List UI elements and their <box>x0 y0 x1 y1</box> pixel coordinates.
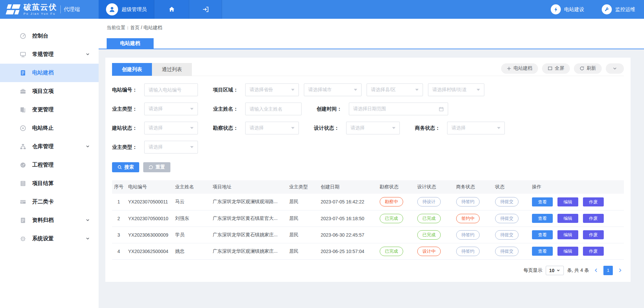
sidebar-item-warehouse[interactable]: 仓库管理 <box>0 137 99 156</box>
view-button[interactable]: 查看 <box>532 247 553 256</box>
tab-passed-list[interactable]: 通过列表 <box>152 63 192 76</box>
status-badge: 签约中 <box>456 214 480 223</box>
station-no-input[interactable] <box>144 83 198 96</box>
owner-type2-select[interactable]: 请选择 <box>144 141 198 153</box>
module-construction[interactable]: 电站建设 <box>551 4 584 14</box>
sidebar-item-engineering[interactable]: 工程管理 <box>0 156 99 174</box>
sidebar-item-type2-card[interactable]: 开二类卡 <box>0 193 99 211</box>
sidebar-item-station-filing[interactable]: 电站建档 <box>0 64 99 82</box>
owner-name-input[interactable] <box>245 103 302 115</box>
filter-label: 业主类型： <box>112 144 140 150</box>
sidebar-item-station-termination[interactable]: 电站终止 <box>0 119 99 137</box>
collapse-button[interactable] <box>606 63 624 74</box>
caret-down-icon <box>392 127 395 129</box>
add-station-button[interactable]: 电站建档 <box>501 63 538 74</box>
status-badge: 待设计 <box>417 197 441 206</box>
document-icon <box>19 70 26 76</box>
status-badge: 待提交 <box>495 247 519 256</box>
date-range-input[interactable]: 请选择日期范围 <box>349 103 448 115</box>
sidebar-item-console[interactable]: 控制台 <box>0 27 99 45</box>
user-icon <box>108 6 116 13</box>
sidebar: 控制台 常规管理 电站建档 <box>0 19 99 308</box>
module-monitoring[interactable]: 监控运维 <box>602 4 635 14</box>
status-badge: 待签约 <box>456 247 480 256</box>
module-construction-label: 电站建设 <box>564 6 584 13</box>
city-select[interactable]: 请选择城市 <box>304 83 362 96</box>
pagination: 每页显示 10 条, 共 4 条 1 <box>112 266 624 275</box>
chevron-down-icon <box>556 268 560 272</box>
void-button[interactable]: 作废 <box>583 247 604 256</box>
table-header-row: 序号 电站编号 业主姓名 项目地址 业主类型 创建日期 勘察状态 设计状态 商务… <box>112 180 624 194</box>
status-badge: 已完成 <box>380 214 403 223</box>
edit-button[interactable]: 编辑 <box>557 230 578 239</box>
fullscreen-button[interactable]: 全屏 <box>542 63 570 74</box>
province-select[interactable]: 请选择省份 <box>245 83 299 96</box>
home-button[interactable] <box>154 0 189 19</box>
edit-button[interactable]: 编辑 <box>557 214 578 223</box>
status-badge: 待签约 <box>456 197 480 206</box>
search-icon <box>117 165 122 170</box>
lightning-icon <box>553 7 559 12</box>
void-button[interactable]: 作废 <box>583 230 604 239</box>
app-name: 破茧云伏 <box>23 3 57 11</box>
status-badge: 已完成 <box>380 247 403 256</box>
page-tab-station-filing[interactable]: 电站建档 <box>107 38 154 49</box>
edit-button[interactable]: 编辑 <box>557 197 578 206</box>
sidebar-item-settlement[interactable]: 项目结算 <box>0 174 99 193</box>
refresh-button[interactable]: 刷新 <box>574 63 602 74</box>
owner-type-select[interactable]: 请选择 <box>144 103 198 115</box>
reset-icon <box>149 165 153 170</box>
sidebar-item-general[interactable]: 常规管理 <box>0 45 99 64</box>
main-content: 当前位置：首页 / 电站建档 电站建档 创建列表 通过列表 电站建档 全屏 <box>99 19 644 308</box>
calendar-icon <box>439 107 444 112</box>
build-status-select[interactable]: 请选择 <box>144 122 198 134</box>
view-button[interactable]: 查看 <box>532 230 553 239</box>
sidebar-item-label: 项目结算 <box>32 180 54 187</box>
sidebar-item-project-initiation[interactable]: 项目立项 <box>0 82 99 101</box>
table-row: 4 YX2023062500004 姚忠 广东深圳龙华区观澜镇姚家庄... 居民… <box>112 243 624 259</box>
exit-icon <box>202 6 209 13</box>
filter-label: 建站状态： <box>112 125 140 131</box>
filter-label: 勘察状态： <box>213 125 240 131</box>
wrench-icon <box>604 7 609 12</box>
logout-button[interactable] <box>189 0 222 19</box>
portal-label: 代理端 <box>64 6 80 13</box>
file-icon <box>19 217 26 224</box>
sidebar-item-settings[interactable]: 系统设置 <box>0 230 99 248</box>
void-button[interactable]: 作废 <box>583 214 604 223</box>
reset-button[interactable]: 重置 <box>143 162 170 172</box>
sidebar-item-change-mgmt[interactable]: 变更管理 <box>0 101 99 119</box>
filter-label: 商务状态： <box>415 125 442 131</box>
caret-down-icon <box>291 89 294 91</box>
business-status-select[interactable]: 请选择 <box>447 122 505 134</box>
filter-label: 电站编号： <box>112 87 140 93</box>
page-number-1[interactable]: 1 <box>603 266 613 275</box>
void-button[interactable]: 作废 <box>583 197 604 206</box>
design-status-select[interactable]: 请选择 <box>346 122 400 134</box>
status-badge: 待提交 <box>495 230 519 240</box>
tab-create-list[interactable]: 创建列表 <box>112 63 152 76</box>
table-row: 1 YX2023070500011 马云 广东深圳龙华区观澜镇观湖路... 居民… <box>112 194 624 210</box>
total-count-label: 条, 共 4 条 <box>567 267 589 273</box>
view-button[interactable]: 查看 <box>532 197 553 206</box>
caret-down-icon <box>190 146 194 148</box>
edit-button[interactable]: 编辑 <box>557 247 578 256</box>
sidebar-item-label: 资料归档 <box>32 217 54 224</box>
survey-status-select[interactable]: 请选择 <box>245 122 299 134</box>
county-select[interactable]: 请选择县/区 <box>367 83 423 96</box>
sidebar-item-archive[interactable]: 资料归档 <box>0 211 99 230</box>
chevron-down-icon <box>86 236 90 242</box>
per-page-select[interactable]: 10 <box>546 266 564 275</box>
view-button[interactable]: 查看 <box>532 214 553 223</box>
village-select[interactable]: 请选择村镇/街道 <box>428 83 484 96</box>
card-icon <box>19 199 26 205</box>
current-user[interactable]: 超级管理员 <box>99 0 154 19</box>
sidebar-item-label: 常规管理 <box>32 51 54 58</box>
caret-down-icon <box>415 89 419 91</box>
search-button[interactable]: 搜索 <box>112 162 139 172</box>
sidebar-item-label: 系统设置 <box>32 235 54 242</box>
status-badge: 待签约 <box>456 230 480 240</box>
prev-page-button[interactable] <box>592 268 600 273</box>
next-page-button[interactable] <box>616 268 624 273</box>
caret-down-icon <box>190 108 194 110</box>
